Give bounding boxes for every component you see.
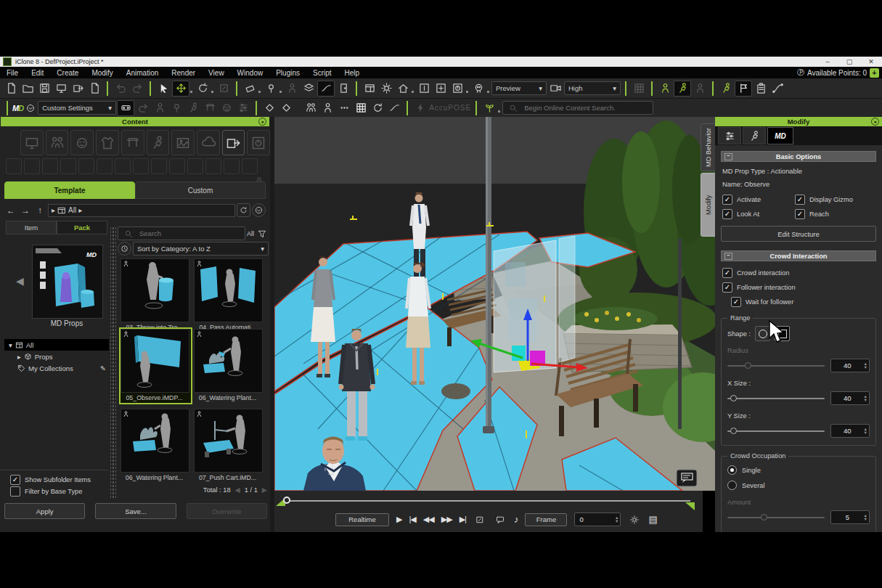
category-accessory-icon[interactable]: [147, 130, 170, 155]
crowd-interaction-header[interactable]: − Crowd Interaction: [721, 250, 876, 261]
menu-edit[interactable]: Edit: [25, 69, 50, 77]
filter-funnel-icon[interactable]: [256, 227, 269, 240]
export-icon[interactable]: [70, 81, 86, 96]
save-button[interactable]: Save...: [95, 503, 176, 519]
character-animation-icon[interactable]: [674, 81, 691, 97]
minimize-button[interactable]: –: [817, 58, 838, 65]
page-prev-icon[interactable]: ◀: [235, 486, 240, 494]
realtime-button[interactable]: Realtime: [335, 513, 389, 526]
radius-spinbox[interactable]: 40 ▲▼: [830, 359, 870, 372]
category-cloth-icon[interactable]: [96, 130, 119, 155]
library-search-box[interactable]: [118, 226, 245, 240]
preview-mode-dropdown[interactable]: Preview▾: [491, 81, 547, 95]
category-atmosphere-icon[interactable]: [197, 130, 220, 155]
library-search-input[interactable]: [138, 229, 221, 238]
several-radio[interactable]: Several: [727, 475, 870, 490]
caption-icon[interactable]: [494, 513, 507, 526]
crowd-interaction-checkbox[interactable]: ✓Crowd interaction: [715, 261, 882, 279]
move-tool-icon[interactable]: [172, 81, 189, 97]
frame-spinbox[interactable]: 0 ▲▼: [574, 513, 621, 526]
loop-range-icon[interactable]: [473, 513, 486, 526]
panel-menu-icon[interactable]: ●: [871, 118, 879, 126]
menu-animation[interactable]: Animation: [120, 69, 165, 77]
menu-render[interactable]: Render: [165, 69, 202, 77]
tab-general-sliders-icon[interactable]: [718, 127, 741, 144]
maximize-button[interactable]: ▢: [838, 58, 860, 65]
collapse-section-icon[interactable]: −: [724, 253, 732, 260]
export-media-icon[interactable]: [86, 81, 102, 96]
tab-md-behavior-icon[interactable]: [743, 127, 766, 144]
s-curve-icon[interactable]: [386, 101, 402, 115]
gizmo-diamond2-icon[interactable]: [278, 101, 294, 115]
curve-editor-icon[interactable]: [769, 81, 785, 96]
pin-tool-icon[interactable]: [263, 81, 279, 96]
tab-md-prop-icon[interactable]: MD: [767, 127, 793, 144]
tree-item-props[interactable]: ▸ Props: [4, 351, 109, 362]
online-search-box[interactable]: [502, 101, 653, 115]
activate-checkbox[interactable]: ✓Activate: [722, 194, 795, 205]
tab-custom[interactable]: Custom: [135, 181, 266, 199]
category-head-icon[interactable]: [70, 130, 94, 155]
library-item[interactable]: 06_Watering Plant...: [121, 409, 191, 481]
camera-view-icon[interactable]: [449, 81, 465, 96]
rotate-tool-icon[interactable]: [195, 81, 211, 96]
tree-item-all[interactable]: ▾ All: [4, 339, 109, 351]
y-size-spinbox[interactable]: 40 ▲▼: [830, 424, 870, 438]
add-view-icon[interactable]: [433, 81, 449, 96]
category-image-icon[interactable]: [171, 130, 195, 155]
playhead[interactable]: [283, 497, 290, 504]
edit-structure-button[interactable]: Edit Structure: [721, 226, 876, 242]
page-next-icon[interactable]: ▶: [262, 486, 267, 494]
frame-mode-button[interactable]: Frame: [525, 513, 567, 526]
timeline-track[interactable]: [287, 500, 690, 502]
select-tool-icon[interactable]: [155, 81, 171, 96]
breadcrumb[interactable]: ▸ All ▸: [48, 204, 235, 217]
person-lift-icon[interactable]: [319, 101, 335, 115]
range-end-marker[interactable]: [685, 502, 695, 510]
flag-waypoint-icon[interactable]: [735, 81, 752, 97]
filter-all-label[interactable]: All: [247, 230, 254, 237]
character-pose-icon[interactable]: [657, 81, 673, 96]
timeline-panel-icon[interactable]: ▤: [648, 514, 656, 525]
y-size-slider[interactable]: [727, 430, 825, 432]
gizmo-diamond-icon[interactable]: [261, 101, 277, 115]
gamepad-control-icon[interactable]: [117, 100, 134, 116]
play-button[interactable]: ▶: [396, 515, 401, 524]
modify-panel-header[interactable]: Modify ●: [715, 117, 882, 126]
layer-manager-icon[interactable]: [301, 81, 317, 96]
surface-snap-icon[interactable]: [317, 81, 335, 97]
category-actor-icon[interactable]: [46, 130, 69, 155]
workspace-icon[interactable]: [362, 81, 377, 96]
wait-for-follower-checkbox[interactable]: ✓Wait for follower: [715, 293, 882, 308]
frame-object-icon[interactable]: [416, 81, 432, 96]
tree-item-collections[interactable]: My Collections ✎: [4, 362, 109, 374]
up-icon[interactable]: ↑: [33, 205, 46, 216]
apply-button[interactable]: Apply: [4, 503, 85, 519]
pack-thumbnail[interactable]: MD: [32, 245, 103, 319]
basic-options-header[interactable]: − Basic Options: [721, 151, 876, 162]
menu-create[interactable]: Create: [50, 69, 85, 77]
custom-settings-dropdown[interactable]: Custom Settings▾: [38, 101, 116, 115]
loop-icon[interactable]: [369, 101, 385, 115]
fast-forward-button[interactable]: ▶▶: [441, 515, 452, 524]
filter-base-checkbox[interactable]: ✓ Filter by Base Type: [10, 486, 91, 497]
menu-script[interactable]: Script: [306, 69, 338, 77]
library-item-selected[interactable]: 05_Observe.iMDP...: [121, 329, 191, 403]
online-search-input[interactable]: [523, 103, 649, 113]
collapse-categories-icon[interactable]: [253, 172, 266, 185]
follower-interaction-checkbox[interactable]: ✓Follower interaction: [715, 279, 882, 293]
motion-director-icon[interactable]: [718, 81, 734, 96]
category-stage-icon[interactable]: [20, 130, 44, 155]
side-tab-modify[interactable]: Modify: [701, 173, 716, 237]
sprout-content-icon[interactable]: [481, 101, 497, 115]
edit-collections-icon[interactable]: ✎: [100, 364, 109, 372]
viewport-3d[interactable]: [274, 117, 715, 491]
tab-item[interactable]: Item: [6, 221, 57, 234]
prev-pack-arrow[interactable]: ◀: [16, 275, 24, 287]
more-chevron-icon[interactable]: [252, 203, 266, 217]
home-view-icon[interactable]: [395, 81, 411, 96]
sort-dropdown[interactable]: Sort by Category: A to Z▾: [133, 242, 269, 256]
recent-clock-icon[interactable]: [118, 242, 131, 256]
category-particle-icon[interactable]: [247, 130, 270, 155]
menu-modify[interactable]: Modify: [85, 69, 119, 77]
